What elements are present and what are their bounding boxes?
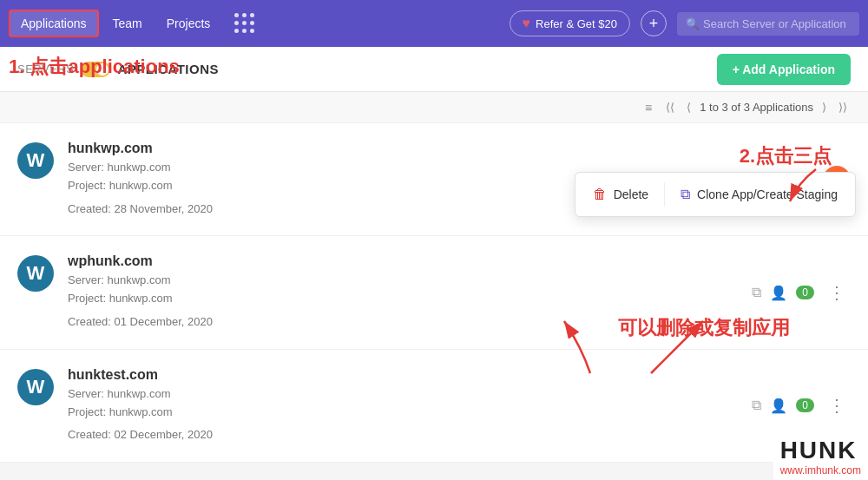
nav-item-team[interactable]: Team (102, 11, 153, 36)
app-server-3: Server: hunkwp.com (68, 385, 752, 404)
more-options-button-2[interactable]: ⋮ (823, 282, 851, 303)
app-info-2: wphunk.com Server: hunkwp.com Project: h… (68, 253, 752, 331)
refer-button[interactable]: ♥ Refer & Get $20 (510, 10, 630, 36)
app-item-2: W wphunk.com Server: hunkwp.com Project:… (0, 236, 868, 349)
dropdown-divider (664, 182, 665, 207)
grid-dot (234, 13, 239, 17)
heart-icon: ♥ (523, 16, 531, 31)
wp-icon-1: W (17, 142, 54, 179)
app-name-3: hunktest.com (68, 367, 752, 383)
nav-item-applications[interactable]: Applications (9, 10, 99, 37)
nav-item-projects[interactable]: Projects (156, 11, 221, 36)
add-application-button[interactable]: + Add Application (717, 54, 851, 85)
grid-dot (242, 29, 247, 33)
pagination-info: 1 to 3 of 3 Applications (700, 101, 813, 114)
app-item-1: W hunkwp.com Server: hunkwp.com Project:… (0, 123, 868, 236)
nav-grid-icon[interactable] (224, 8, 266, 39)
filter-button[interactable]: ≡ (645, 101, 652, 115)
prev-page-button[interactable]: ⟨ (683, 99, 694, 115)
plus-button[interactable]: + (641, 10, 667, 36)
nav-right: ♥ Refer & Get $20 + 🔍 (510, 10, 859, 36)
delete-icon: 🗑 (593, 187, 607, 202)
first-page-button[interactable]: ⟨⟨ (662, 99, 678, 115)
next-page-button[interactable]: ⟩ (819, 99, 830, 115)
app-info-3: hunktest.com Server: hunkwp.com Project:… (68, 367, 752, 444)
toggle-knob (96, 63, 108, 76)
clone-icon: ⧉ (681, 187, 690, 202)
pagination-bar: ≡ ⟨⟨ ⟨ 1 to 3 of 3 Applications ⟩ ⟩⟩ (0, 92, 868, 123)
app-actions-3: ⧉ 👤 0 ⋮ (752, 395, 851, 416)
app-created-2: Created: 01 December, 2020 (68, 313, 752, 332)
more-options-button-3[interactable]: ⋮ (823, 395, 851, 416)
external-link-icon-2[interactable]: ⧉ (752, 285, 761, 300)
servers-link[interactable]: SERVERS (17, 62, 74, 76)
grid-dot (250, 13, 254, 17)
grid-dot (234, 29, 239, 33)
app-created-3: Created: 02 December, 2020 (68, 426, 752, 444)
apps-label: APPLICATIONS (117, 62, 219, 76)
grid-dot (242, 13, 247, 17)
watermark: HUNK www.imhunk.com (773, 433, 868, 480)
grid-dot (250, 21, 254, 25)
app-name-2: wphunk.com (68, 253, 752, 269)
nav-left: Applications Team Projects (9, 8, 266, 39)
dropdown-menu-1: 🗑 Delete ⧉ Clone App/Create Staging (575, 172, 856, 217)
app-server-2: Server: hunkwp.com (68, 272, 752, 290)
top-nav: Applications Team Projects ♥ Refer & Get… (0, 0, 868, 47)
search-wrapper: 🔍 (677, 12, 859, 36)
wp-icon-3: W (17, 369, 54, 405)
pagination-controls: ≡ ⟨⟨ ⟨ 1 to 3 of 3 Applications ⟩ ⟩⟩ (645, 99, 851, 115)
users-icon-3: 👤 (770, 398, 787, 414)
sub-nav: SERVERS APPLICATIONS + Add Application (0, 47, 868, 92)
users-count-3: 0 (796, 398, 814, 412)
wp-icon-2: W (17, 255, 54, 292)
app-project-2: Project: hunkwp.com (68, 290, 752, 308)
refer-label: Refer & Get $20 (536, 17, 617, 30)
external-link-icon-3[interactable]: ⧉ (752, 398, 761, 413)
toggle-switch[interactable] (81, 62, 110, 77)
clone-label: Clone App/Create Staging (697, 187, 838, 201)
clone-option[interactable]: ⧉ Clone App/Create Staging (667, 180, 852, 209)
toggle-separator (81, 62, 110, 77)
app-list: W hunkwp.com Server: hunkwp.com Project:… (0, 123, 868, 463)
brand-url: www.imhunk.com (780, 464, 861, 477)
grid-dot (242, 21, 247, 25)
search-input[interactable] (677, 12, 859, 36)
app-item-3: W hunktest.com Server: hunkwp.com Projec… (0, 350, 868, 463)
grid-dot (234, 21, 239, 25)
users-count-2: 0 (796, 286, 814, 299)
delete-label: Delete (614, 187, 648, 201)
app-name-1: hunkwp.com (68, 141, 752, 156)
delete-option[interactable]: 🗑 Delete (579, 180, 662, 209)
app-project-3: Project: hunkwp.com (68, 404, 752, 422)
users-icon-2: 👤 (770, 285, 787, 301)
grid-dot (250, 29, 254, 33)
app-actions-2: ⧉ 👤 0 ⋮ (752, 282, 851, 303)
last-page-button[interactable]: ⟩⟩ (835, 99, 851, 115)
brand-label: HUNK (780, 437, 858, 464)
